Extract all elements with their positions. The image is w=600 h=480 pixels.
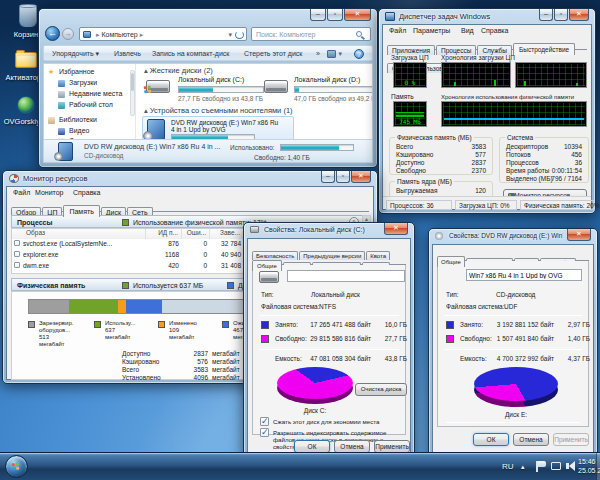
apply-button[interactable]: Применить (553, 433, 589, 446)
close-button[interactable]: ✕ (569, 9, 589, 21)
pie-caption: Диск E: (474, 411, 558, 418)
disc-usage-pie-chart (474, 367, 558, 409)
menu-help[interactable]: Справка (481, 27, 508, 34)
capacity-label: Емкость: (460, 355, 487, 362)
green-chip-icon (122, 219, 129, 226)
sidebar-item-downloads[interactable]: Загрузки (69, 79, 97, 86)
minimize-button[interactable]: – (539, 9, 553, 21)
ok-button[interactable]: ОК (473, 433, 509, 446)
maximize-button[interactable]: ▫ (336, 171, 350, 183)
tab-memory[interactable]: Память (63, 205, 99, 217)
task-manager-window: Диспетчер задач Windows – ▫ ✕ Файл Парам… (378, 8, 596, 214)
menu-file[interactable]: Файл (389, 27, 406, 34)
type-value: Локальный диск (311, 291, 360, 298)
tab-row: ОбщиеОборудованиеДоступНастройкаЗапись (437, 249, 589, 261)
group-header-hdd[interactable]: ▴ Жесткие диски (2) (144, 66, 213, 75)
section-title: Физическая память (17, 282, 85, 289)
sidebar-item-recent[interactable]: Недавние места (69, 90, 122, 97)
segment-inuse (69, 300, 118, 313)
cancel-button[interactable]: Отмена (513, 433, 549, 446)
sidebar-item-desktop[interactable]: Рабочий стол (69, 101, 113, 108)
tab-page: Тип: CD-дисковод Файловая система: UDF З… (437, 261, 589, 427)
window-title: Диспетчер задач Windows (399, 12, 490, 21)
drive-item-e[interactable]: DVD RW дисковод (E:) Win7 x86 Ru 4 in 1 … (142, 116, 294, 140)
close-button[interactable]: ✕ (567, 229, 591, 241)
free-chip-icon (446, 335, 454, 343)
used-size: 2,97 ГБ (560, 321, 590, 328)
menu-help[interactable]: Справка (73, 189, 100, 196)
sidebar-scrollbar[interactable] (130, 70, 135, 116)
disk-cleanup-button[interactable]: Очистка диска (355, 383, 407, 396)
tab-general[interactable]: Общие (437, 256, 465, 267)
drive-d-free-text: 47,0 ГБ свободно из 49,2 ГБ (294, 95, 372, 102)
search-box[interactable]: Поиск: Компьютер (251, 27, 371, 41)
erase-disc-button[interactable]: Стереть этот диск (244, 50, 302, 57)
burn-button[interactable]: Запись на компакт-диск (152, 50, 229, 57)
network-icon[interactable] (551, 462, 561, 470)
menu-view[interactable]: Вид (461, 27, 474, 34)
organize-button[interactable]: Упорядочить ▾ (52, 50, 99, 58)
sidebar-item-favorites[interactable]: Избранное (59, 68, 94, 75)
back-button[interactable]: ← (45, 26, 60, 41)
sidebar-item-videos[interactable]: Видео (69, 127, 89, 134)
cpu-history-label: Хронология загрузки ЦП (441, 54, 515, 61)
details-type: CD-дисковод (84, 152, 123, 159)
address-dropdown-icon[interactable]: ▾ (228, 31, 232, 39)
address-bar[interactable]: ▸ Компьютер ▸ ▾ (79, 27, 247, 41)
group-header-removable[interactable]: ▴ Устройства со съемными носителями (1) (144, 106, 293, 115)
drive-d-name: Локальный диск (D:) (294, 76, 360, 83)
title-bar[interactable]: Монитор ресурсов (3, 171, 307, 186)
close-button[interactable]: ✕ (351, 171, 371, 183)
scrollbar-thumb[interactable] (131, 73, 134, 91)
free-size: 27,7 ГБ (377, 335, 407, 342)
legend-item: Зарезервир. оборудов...513мегабайт (28, 320, 94, 348)
title-bar[interactable]: Свойства: Локальный диск (C:) (244, 223, 376, 238)
maximize-button[interactable]: ▫ (554, 9, 568, 21)
minimize-button[interactable]: – (310, 9, 326, 21)
tab-performance[interactable]: Быстродействие (513, 43, 575, 55)
free-label: Свободно: (460, 335, 492, 342)
menu-options[interactable]: Параметры (413, 27, 450, 34)
close-button[interactable]: ✕ (344, 9, 371, 21)
used-label: Используется 637 МБ (133, 282, 203, 289)
windows-flag-icon (144, 86, 152, 94)
volume-label-input[interactable] (466, 269, 582, 281)
index-checkbox[interactable] (260, 428, 269, 437)
search-icon-handle (361, 36, 365, 40)
refresh-icon[interactable] (235, 31, 244, 39)
show-desktop-button[interactable] (596, 453, 600, 480)
desktop-folder-icon (58, 102, 65, 109)
title-bar[interactable]: Свойства: DVD RW дисковод (E:) Win7 x86 … (429, 229, 563, 244)
cpu-history-graph-2 (515, 62, 587, 88)
desktop: Корзина Активаторы OVGorskiy.ru – ▫ ✕ ← … (0, 0, 600, 480)
language-indicator[interactable]: RU (502, 462, 514, 471)
views-icon[interactable] (327, 50, 336, 58)
menu-monitor[interactable]: Монитор (35, 189, 64, 196)
maximize-button[interactable]: ▫ (327, 9, 343, 21)
title-bar[interactable]: Диспетчер задач Windows (379, 9, 525, 24)
action-center-flag-icon[interactable] (538, 461, 546, 467)
tab-general[interactable]: Общие (252, 260, 282, 271)
forward-button[interactable]: → (62, 28, 74, 40)
start-button[interactable] (5, 455, 28, 478)
tab-strip: ПриложенияПроцессыСлужбыБыстродействиеСе… (387, 37, 587, 50)
capacity-size: 43,8 ГБ (377, 355, 407, 362)
eject-button[interactable]: Извлечь (114, 50, 141, 57)
breadcrumb[interactable]: Компьютер (101, 31, 137, 38)
explorer-content: ★ Избранное Загрузки Недавние места Рабо… (43, 63, 373, 141)
help-icon[interactable]: ? (354, 49, 364, 59)
volume-label-input[interactable] (287, 270, 405, 282)
used-bytes: 17 265 471 488 байт (305, 321, 371, 328)
legend-item: Использу...637мегабайт (94, 320, 158, 348)
task-manager-body: Файл Параметры Вид Справка ПриложенияПро… (382, 24, 592, 210)
pie-caption: Диск C: (277, 407, 353, 414)
sidebar-item-libraries[interactable]: Библиотеки (59, 116, 97, 123)
show-hidden-icons[interactable]: ▴ (521, 463, 525, 471)
close-button[interactable]: ✕ (384, 223, 408, 235)
minimize-button[interactable]: – (321, 171, 335, 183)
used-label: Занято: (460, 321, 483, 328)
compress-checkbox[interactable] (260, 417, 269, 426)
menu-file[interactable]: Файл (13, 189, 30, 196)
views-dropdown-icon[interactable]: ▾ (338, 50, 342, 58)
toolbar-overflow-button[interactable]: » (316, 50, 320, 57)
